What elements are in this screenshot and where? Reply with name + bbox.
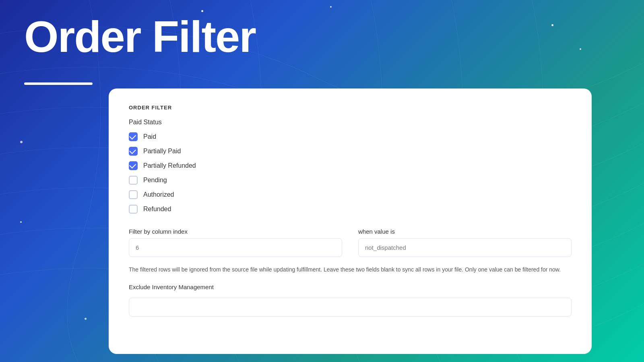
exclude-inventory-label: Exclude Inventory Management	[129, 284, 572, 290]
checkbox-pending[interactable]: Pending	[129, 176, 572, 185]
exclude-inventory-field: Exclude Inventory Management	[129, 284, 572, 317]
checkbox-paid[interactable]: Paid	[129, 132, 572, 141]
checkbox-paid-label: Paid	[143, 133, 156, 140]
paid-status-label: Paid Status	[129, 119, 572, 126]
section-title: ORDER FILTER	[129, 105, 572, 111]
dot	[85, 318, 87, 320]
checkbox-authorized-box[interactable]	[129, 190, 138, 199]
checkbox-partially-paid[interactable]: Partially Paid	[129, 147, 572, 156]
when-value-label: when value is	[358, 228, 572, 235]
checkbox-partially-paid-label: Partially Paid	[143, 148, 181, 155]
filter-card: ORDER FILTER Paid Status Paid Partially …	[109, 88, 592, 354]
checkbox-refunded-box[interactable]	[129, 205, 138, 214]
filter-row: Filter by column index when value is	[129, 228, 572, 257]
checkbox-authorized-label: Authorized	[143, 191, 174, 198]
checkbox-refunded[interactable]: Refunded	[129, 205, 572, 214]
checkbox-partially-refunded[interactable]: Partially Refunded	[129, 161, 572, 170]
checkbox-refunded-label: Refunded	[143, 206, 171, 213]
exclude-inventory-input[interactable]	[129, 298, 572, 317]
title-underline	[24, 82, 93, 85]
when-value-field: when value is	[358, 228, 572, 257]
checkbox-authorized[interactable]: Authorized	[129, 190, 572, 199]
dot	[330, 6, 332, 8]
dot	[580, 48, 581, 50]
checkbox-group: Paid Partially Paid Partially Refunded P…	[129, 132, 572, 214]
column-index-field: Filter by column index	[129, 228, 342, 257]
checkbox-paid-box[interactable]	[129, 132, 138, 141]
column-index-input[interactable]	[129, 238, 342, 257]
checkbox-partially-paid-box[interactable]	[129, 147, 138, 156]
dot	[20, 221, 22, 223]
checkbox-pending-label: Pending	[143, 177, 167, 184]
checkbox-partially-refunded-label: Partially Refunded	[143, 162, 196, 169]
checkbox-pending-box[interactable]	[129, 176, 138, 185]
column-index-label: Filter by column index	[129, 228, 342, 235]
checkbox-partially-refunded-box[interactable]	[129, 161, 138, 170]
dot	[551, 24, 553, 26]
page-title: Order Filter	[24, 12, 256, 61]
when-value-input[interactable]	[358, 238, 572, 257]
dot	[20, 141, 23, 143]
helper-text: The filtered rows will be ignored from t…	[129, 265, 572, 274]
